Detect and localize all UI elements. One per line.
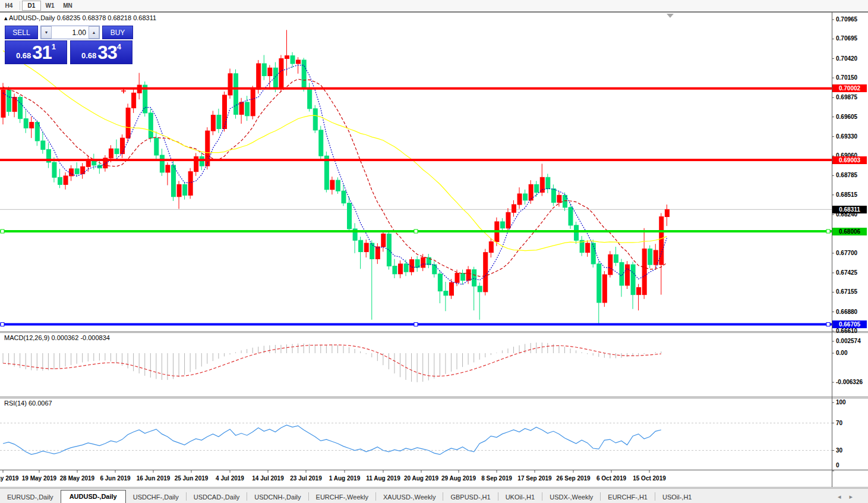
chart-tab-eurchf-h1[interactable]: EURCHF-,H1 bbox=[601, 491, 655, 503]
candle bbox=[319, 126, 323, 159]
chart-tab-bar: EURUSD-,DailyAUDUSD-,DailyUSDCHF-,DailyU… bbox=[0, 488, 868, 503]
candle bbox=[472, 267, 476, 310]
line-handle[interactable] bbox=[826, 230, 830, 233]
candle bbox=[126, 103, 130, 142]
chart-title: ▴ AUDUSD-,Daily 0.68235 0.68378 0.68218 … bbox=[4, 14, 156, 22]
price-tick-label: 0.70695 bbox=[836, 35, 867, 42]
date-tick-label: 29 Aug 2019 bbox=[441, 475, 476, 482]
line-handle[interactable] bbox=[826, 323, 830, 326]
bid-price-button[interactable]: 0.68311 bbox=[5, 40, 67, 64]
date-tick-label: 16 Jun 2019 bbox=[137, 475, 171, 482]
rsi-tick-label: 30 bbox=[836, 447, 867, 454]
candle bbox=[438, 271, 442, 303]
chart-tab-audusd-daily[interactable]: AUDUSD-,Daily bbox=[61, 490, 126, 503]
candle bbox=[143, 81, 147, 117]
candle bbox=[478, 282, 482, 320]
candle bbox=[348, 197, 352, 232]
price-tick-label: 0.68515 bbox=[836, 191, 867, 199]
tab-scroll-right-icon[interactable]: ▸ bbox=[849, 493, 861, 500]
date-tick-label: 1 Aug 2019 bbox=[329, 475, 360, 482]
sell-button[interactable]: SELL bbox=[5, 26, 38, 39]
price-tick-label: 0.67425 bbox=[836, 269, 867, 276]
price-tick-label: 0.66880 bbox=[836, 309, 867, 316]
candle bbox=[404, 260, 408, 276]
price-tick-label: 0.69605 bbox=[836, 114, 867, 121]
candle bbox=[659, 213, 664, 294]
chart-tab-usdcad-daily[interactable]: USDCAD-,Daily bbox=[187, 491, 247, 503]
candle bbox=[364, 240, 368, 257]
candle bbox=[103, 155, 108, 172]
candle bbox=[353, 223, 357, 253]
date-tick-label: 25 Jun 2019 bbox=[175, 475, 209, 482]
bid-prefix: 0.68 bbox=[16, 50, 31, 62]
candle bbox=[444, 282, 448, 311]
chart-tab-eurusd-daily[interactable]: EURUSD-,Daily bbox=[0, 491, 61, 503]
candle bbox=[7, 86, 11, 115]
candle bbox=[586, 240, 590, 257]
candle bbox=[149, 109, 153, 143]
chart-tab-ukoil-h1[interactable]: UKOil-,H1 bbox=[498, 491, 542, 503]
trading-terminal-window: H4D1W1MN ▴ AUDUSD-,Daily 0.68235 0.68378… bbox=[0, 0, 868, 503]
line-handle[interactable] bbox=[1, 230, 4, 233]
moving-average-line-13[interactable] bbox=[3, 79, 667, 276]
candle bbox=[597, 261, 601, 324]
moving-average-line-5[interactable] bbox=[3, 65, 667, 285]
date-tick-label: 6 Jun 2019 bbox=[100, 475, 130, 482]
candle bbox=[166, 162, 170, 186]
chart-tab-usdx-weekly[interactable]: USDX-,Weekly bbox=[542, 491, 600, 503]
candle bbox=[665, 205, 669, 226]
candle bbox=[194, 153, 198, 176]
date-tick-label: 14 Jul 2019 bbox=[252, 475, 283, 482]
chart-tab-usdcnh-daily[interactable]: USDCNH-,Daily bbox=[247, 491, 308, 503]
chart-tab-eurchf-weekly[interactable]: EURCHF-,Weekly bbox=[309, 491, 375, 503]
rsi-tick-label: 100 bbox=[836, 399, 867, 406]
candle bbox=[268, 65, 272, 89]
candle bbox=[154, 131, 159, 159]
chart-canvas[interactable] bbox=[0, 0, 868, 503]
volume-decrease-icon[interactable]: ▾ bbox=[41, 26, 52, 39]
chart-tab-xauusd-weekly[interactable]: XAUUSD-,Weekly bbox=[376, 491, 443, 503]
chart-shift-marker-icon[interactable] bbox=[667, 14, 674, 18]
ask-big-digits: 33 bbox=[97, 43, 116, 62]
candle bbox=[546, 174, 550, 193]
rsi-panel[interactable] bbox=[0, 423, 832, 455]
candle bbox=[188, 168, 192, 199]
candle bbox=[461, 270, 465, 285]
price-tick-label: 0.67700 bbox=[836, 250, 867, 257]
macd-tick-label: -0.006326 bbox=[836, 379, 867, 386]
collapse-triangle-icon[interactable]: ▴ bbox=[4, 14, 8, 21]
line-handle[interactable] bbox=[414, 323, 418, 326]
candle bbox=[381, 230, 386, 252]
candle bbox=[336, 177, 340, 194]
chart-tab-usoil-h1[interactable]: USOil-,H1 bbox=[655, 491, 699, 503]
candle bbox=[620, 259, 624, 297]
line-handle[interactable] bbox=[1, 323, 4, 326]
candle bbox=[46, 143, 50, 168]
ask-price-button[interactable]: 0.68334 bbox=[70, 40, 132, 64]
buy-button[interactable]: BUY bbox=[102, 26, 133, 39]
candle bbox=[415, 256, 419, 272]
price-tick-label: 0.69330 bbox=[836, 133, 867, 140]
candle bbox=[279, 55, 283, 92]
volume-input[interactable] bbox=[52, 26, 89, 39]
macd-panel[interactable] bbox=[3, 342, 661, 382]
moving-average-line-34[interactable] bbox=[3, 51, 667, 250]
date-tick-label: 19 May 2019 bbox=[22, 475, 56, 482]
candle bbox=[484, 249, 488, 295]
date-tick-label: 23 Jul 2019 bbox=[290, 475, 321, 482]
line-handle[interactable] bbox=[414, 230, 418, 233]
price-tick-label: 0.70965 bbox=[836, 16, 867, 23]
candle bbox=[575, 222, 579, 244]
candle bbox=[313, 105, 317, 133]
tab-scroll-left-icon[interactable]: ◂ bbox=[838, 493, 850, 500]
volume-stepper: ▾ ▴ bbox=[40, 26, 100, 39]
candle bbox=[387, 231, 391, 270]
candle bbox=[512, 200, 516, 217]
chart-tab-gbpusd-h1[interactable]: GBPUSD-,H1 bbox=[443, 491, 497, 503]
volume-increase-icon[interactable]: ▴ bbox=[89, 26, 99, 39]
candle bbox=[393, 259, 397, 278]
candle bbox=[291, 52, 295, 68]
candle bbox=[121, 134, 125, 158]
candle bbox=[160, 149, 164, 176]
chart-tab-usdchf-daily[interactable]: USDCHF-,Daily bbox=[126, 491, 186, 503]
